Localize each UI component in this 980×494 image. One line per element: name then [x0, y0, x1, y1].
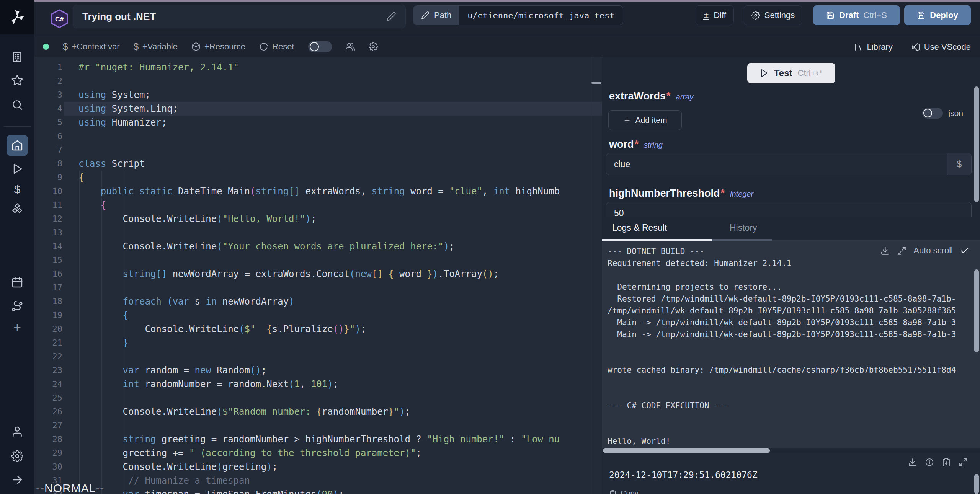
code-line[interactable]: 25: [34, 391, 602, 405]
code-line[interactable]: 20 Console.WriteLine($" {s.Pluralize()}"…: [34, 322, 602, 336]
path-chip[interactable]: Path: [413, 6, 459, 25]
add-variable-button[interactable]: $ +Variable: [134, 41, 178, 52]
code-line[interactable]: 8class Script: [34, 157, 602, 171]
reset-label: Reset: [272, 42, 294, 52]
add-context-var-label: +Context var: [72, 42, 119, 52]
code-line[interactable]: 28 string greeting = randomNumber > high…: [34, 432, 602, 446]
word-input[interactable]: clue $: [606, 153, 972, 175]
library-button[interactable]: Library: [854, 42, 892, 52]
auto-scroll-label: Auto scroll: [913, 246, 953, 256]
workspaces-icon[interactable]: [11, 51, 23, 63]
result-scrollbar-thumb[interactable]: [974, 474, 979, 494]
sidebar-item-runs[interactable]: [11, 163, 23, 175]
dollar-icon: $: [63, 41, 68, 52]
code-line[interactable]: 11 {: [34, 198, 602, 212]
add-resource-button[interactable]: +Resource: [191, 42, 245, 52]
logs-horizontal-scrollbar[interactable]: [603, 448, 770, 453]
sidebar-item-variables[interactable]: $: [11, 183, 23, 195]
auto-scroll-check-icon[interactable]: [960, 246, 969, 256]
code-line[interactable]: 18 foreach (var s in newWordArray): [34, 295, 602, 308]
code-line[interactable]: 14 Console.WriteLine("Your chosen words …: [34, 240, 602, 253]
deploy-button[interactable]: Deploy: [904, 5, 971, 25]
code-line[interactable]: 30 Console.WriteLine(greeting);: [34, 460, 602, 474]
collapse-sidebar-icon[interactable]: [11, 474, 23, 486]
code-line[interactable]: 19 {: [34, 308, 602, 322]
workspace-logo[interactable]: [0, 0, 34, 34]
code-line[interactable]: 23 var random = new Random();: [34, 364, 602, 377]
code-line[interactable]: 24 int randomNumber = random.Next(1, 101…: [34, 377, 602, 391]
field-name: highNumberThreshold: [609, 187, 720, 199]
collaborators-icon[interactable]: [346, 42, 355, 51]
code-line[interactable]: 9{: [34, 171, 602, 184]
code-line[interactable]: 5using Humanizer;: [34, 116, 602, 129]
sidebar-item-resources[interactable]: [11, 203, 23, 215]
download-result-icon[interactable]: [908, 458, 917, 467]
required-asterisk: *: [635, 139, 639, 150]
result-info-icon[interactable]: [925, 458, 934, 467]
path-field[interactable]: Path u/etienne/microsoft_java_test: [413, 5, 623, 25]
edit-title-pencil-icon[interactable]: [386, 11, 396, 21]
search-icon[interactable]: [11, 99, 23, 111]
script-title: Trying out .NET: [82, 11, 386, 23]
highnumberthreshold-value: 50: [606, 208, 971, 218]
add-context-var-button[interactable]: $ +Context var: [63, 41, 120, 52]
script-title-box[interactable]: Trying out .NET: [73, 5, 406, 28]
code-line[interactable]: 6: [34, 129, 602, 143]
diff-button[interactable]: ± Diff: [696, 5, 734, 25]
editor-settings-gear-icon[interactable]: [369, 42, 378, 51]
code-line[interactable]: 3using System;: [34, 88, 602, 102]
sidebar-settings-icon[interactable]: [11, 450, 23, 462]
highnumberthreshold-input[interactable]: 50: [606, 202, 972, 217]
required-asterisk: *: [721, 187, 725, 199]
code-line[interactable]: 4using System.Linq;: [34, 102, 602, 116]
use-vscode-button[interactable]: Use VScode: [911, 42, 971, 52]
draft-button[interactable]: Draft Ctrl+S: [813, 5, 900, 25]
add-item-button[interactable]: Add item: [608, 110, 682, 130]
required-asterisk: *: [666, 90, 671, 102]
code-line[interactable]: 21 }: [34, 336, 602, 350]
panel-resize-handle[interactable]: [591, 82, 601, 84]
logs-scrollbar-thumb[interactable]: [974, 269, 979, 352]
form-scrollbar-thumb[interactable]: [974, 86, 979, 202]
code-line[interactable]: 17: [34, 281, 602, 295]
sidebar-item-schedules[interactable]: [11, 276, 23, 289]
tab-logs-result[interactable]: Logs & Result: [612, 223, 667, 233]
code-line[interactable]: 15: [34, 253, 602, 267]
logs-panel[interactable]: --- DOTNET BUILD ---Requirement detected…: [602, 241, 980, 448]
copy-button[interactable]: Copy: [609, 489, 639, 494]
sidebar-add-icon[interactable]: +: [11, 321, 23, 334]
copy-result-icon[interactable]: [942, 458, 951, 467]
code-line[interactable]: 27: [34, 419, 602, 432]
code-editor[interactable]: 1#r "nuget: Humanizer, 2.14.1"23using Sy…: [34, 57, 602, 494]
code-line[interactable]: 31 // Humanize a timespan: [34, 474, 602, 487]
reset-button[interactable]: Reset: [259, 42, 294, 52]
expand-logs-icon[interactable]: [897, 246, 906, 256]
code-line[interactable]: 1#r "nuget: Humanizer, 2.14.1": [34, 60, 602, 74]
sidebar-item-flows[interactable]: [11, 300, 23, 313]
favorites-star-icon[interactable]: [11, 74, 23, 86]
code-line[interactable]: 7: [34, 143, 602, 157]
code-line[interactable]: 13: [34, 226, 602, 240]
download-logs-icon[interactable]: [880, 246, 890, 256]
code-line[interactable]: 26 Console.WriteLine($"Random number: {r…: [34, 405, 602, 419]
code-line[interactable]: 22: [34, 350, 602, 364]
insert-variable-button[interactable]: $: [947, 153, 971, 175]
account-user-icon[interactable]: [11, 426, 23, 438]
editor-scrollbar-track[interactable]: [591, 57, 591, 494]
settings-button[interactable]: Settings: [744, 5, 802, 25]
result-value: 2024-12-10T17:29:51.6021076Z: [609, 470, 758, 480]
diff-button-label: Diff: [714, 10, 726, 20]
collab-toggle[interactable]: [308, 41, 332, 52]
code-line[interactable]: 29 greeting += " (according to the thres…: [34, 446, 602, 460]
code-lines[interactable]: 1#r "nuget: Humanizer, 2.14.1"23using Sy…: [34, 60, 602, 494]
save-draft-icon: [826, 11, 835, 20]
code-line[interactable]: 32 var timespan = TimeSpan.FromMinutes(9…: [34, 487, 602, 494]
code-line[interactable]: 2: [34, 74, 602, 88]
tab-history[interactable]: History: [730, 223, 757, 233]
code-line[interactable]: 10 public static DateTime Main(string[] …: [34, 184, 602, 198]
code-line[interactable]: 12 Console.WriteLine("Hello, World!");: [34, 212, 602, 226]
json-toggle[interactable]: [922, 108, 943, 119]
sidebar-item-home[interactable]: [7, 135, 28, 156]
code-line[interactable]: 16 string[] newWordArray = extraWords.Co…: [34, 267, 602, 281]
expand-result-icon[interactable]: [959, 458, 968, 467]
